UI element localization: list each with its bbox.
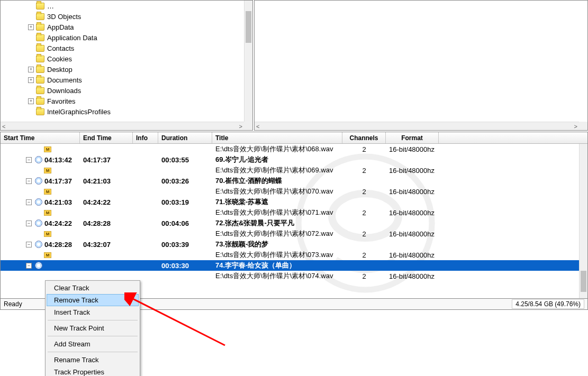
track-end: 04:24:22: [80, 198, 133, 206]
expander-icon[interactable]: +: [28, 24, 34, 30]
folder-label: 3D Objects: [47, 13, 81, 21]
table-body[interactable]: ME:\dts音效大师\制作碟片\素材\068.wav216-bit/48000…: [1, 144, 587, 298]
track-channels: 2: [342, 230, 386, 238]
music-badge-icon: M: [44, 252, 51, 258]
expander-icon[interactable]: +: [28, 77, 34, 83]
folder-tree-pane: … 3D Objects+AppDataApplication DataCont…: [0, 0, 253, 131]
track-sub-row[interactable]: ME:\dts音效大师\制作碟片\素材\068.wav216-bit/48000…: [1, 144, 587, 154]
tree-row[interactable]: +Favorites: [1, 96, 244, 106]
folder-tree[interactable]: … 3D Objects+AppDataApplication DataCont…: [1, 1, 244, 117]
col-format[interactable]: Format: [386, 132, 439, 143]
track-sub-row[interactable]: ME:\dts音效大师\制作碟片\素材\072.wav216-bit/48000…: [1, 228, 587, 239]
col-title[interactable]: Title: [212, 132, 342, 143]
tree-row[interactable]: 3D Objects: [1, 11, 244, 22]
track-title: 72.张杰&张碧晨-只要平凡: [212, 218, 342, 228]
track-title: 69.岑宁儿-追光者: [212, 155, 342, 164]
col-channels[interactable]: Channels: [342, 132, 386, 143]
folder-icon: [36, 87, 44, 94]
folder-icon: [36, 108, 44, 115]
track-format: 16-bit/48000hz: [386, 251, 439, 259]
menu-add-stream[interactable]: Add Stream: [47, 338, 139, 350]
col-end-time[interactable]: End Time: [80, 132, 133, 143]
menu-track-properties[interactable]: Track Properties: [47, 366, 139, 376]
col-info[interactable]: Info: [133, 132, 158, 143]
track-start: 04:28:28: [44, 241, 72, 249]
track-start: 04:21:03: [44, 198, 72, 206]
folder-label: Documents: [47, 76, 82, 84]
tree-row[interactable]: +AppData: [1, 22, 244, 32]
status-disk-usage: 4.25/8.54 GB (49.76%): [512, 299, 584, 309]
disc-icon: [35, 219, 42, 227]
disc-icon: [35, 241, 42, 248]
collapse-icon[interactable]: −: [26, 157, 32, 163]
preview-pane: <>: [254, 0, 588, 131]
track-row[interactable]: −04:28:2804:32:0700:03:3973.张靓颖-我的梦: [1, 239, 587, 250]
tree-row[interactable]: Contacts: [1, 43, 244, 53]
tree-row[interactable]: IntelGraphicsProfiles: [1, 106, 244, 117]
track-channels: 2: [342, 209, 386, 217]
music-badge-icon: M: [44, 210, 51, 216]
track-format: 16-bit/48000hz: [386, 145, 439, 153]
folder-label: Contacts: [47, 44, 74, 52]
folder-label: Cookies: [47, 55, 72, 63]
track-row[interactable]: −04:21:0304:24:2200:03:1971.张晓棠-苏幕遮: [1, 197, 587, 207]
menu-insert-track[interactable]: Insert Track: [47, 306, 139, 318]
folder-icon: [36, 24, 44, 31]
track-sub-row[interactable]: ME:\dts音效大师\制作碟片\素材\069.wav216-bit/48000…: [1, 165, 587, 176]
col-start-time[interactable]: Start Time: [1, 132, 80, 143]
track-format: 16-bit/48000hz: [386, 209, 439, 217]
track-sub-row[interactable]: E:\dts音效大师\制作碟片\素材\074.wav216-bit/48000h…: [1, 271, 587, 281]
horizontal-scrollbar[interactable]: <>: [1, 122, 244, 130]
track-sub-row[interactable]: ME:\dts音效大师\制作碟片\素材\070.wav216-bit/48000…: [1, 186, 587, 197]
tree-row[interactable]: Downloads: [1, 85, 244, 96]
tree-row[interactable]: +Desktop: [1, 64, 244, 75]
track-row[interactable]: −00:03:3074.李宇春-给女孩（单曲）: [1, 260, 587, 271]
menu-new-track-point[interactable]: New Track Point: [47, 322, 139, 334]
col-duration[interactable]: Duration: [158, 132, 212, 143]
menu-remove-track[interactable]: Remove Track: [47, 294, 139, 306]
vertical-scrollbar[interactable]: [244, 1, 252, 122]
tree-row[interactable]: Cookies: [1, 53, 244, 64]
track-title: 74.李宇春-给女孩（单曲）: [212, 261, 342, 270]
track-sub-row[interactable]: ME:\dts音效大师\制作碟片\素材\071.wav216-bit/48000…: [1, 207, 587, 218]
track-row[interactable]: −04:13:4204:17:3700:03:5569.岑宁儿-追光者: [1, 154, 587, 165]
collapse-icon[interactable]: −: [26, 221, 32, 226]
music-badge-icon: M: [44, 231, 51, 237]
folder-icon: [36, 34, 44, 41]
track-end: 04:21:03: [80, 177, 133, 185]
collapse-icon[interactable]: −: [26, 178, 32, 184]
track-start: 04:24:22: [44, 219, 72, 227]
track-channels: 2: [342, 251, 386, 259]
track-format: 16-bit/48000hz: [386, 272, 439, 280]
track-path: E:\dts音效大师\制作碟片\素材\074.wav: [212, 271, 342, 281]
track-sub-row[interactable]: ME:\dts音效大师\制作碟片\素材\073.wav216-bit/48000…: [1, 250, 587, 260]
track-channels: 2: [342, 188, 386, 196]
track-format: 16-bit/48000hz: [386, 188, 439, 196]
track-row[interactable]: −04:24:2204:28:2800:04:0672.张杰&张碧晨-只要平凡: [1, 218, 587, 228]
expander-icon[interactable]: +: [28, 98, 34, 104]
track-path: E:\dts音效大师\制作碟片\素材\072.wav: [212, 229, 342, 239]
track-path: E:\dts音效大师\制作碟片\素材\069.wav: [212, 166, 342, 175]
vertical-scrollbar[interactable]: [579, 144, 587, 298]
collapse-icon[interactable]: −: [26, 263, 32, 269]
menu-clear-track[interactable]: Clear Track: [47, 282, 139, 294]
music-badge-icon: M: [44, 146, 51, 152]
track-duration: 00:03:30: [158, 262, 212, 270]
menu-separator: [48, 336, 138, 336]
folder-icon: [36, 66, 44, 73]
menu-rename-track[interactable]: Rename Track: [47, 354, 139, 366]
track-end: 04:17:37: [80, 156, 133, 164]
track-table: Start Time End Time Info Duration Title …: [0, 132, 588, 298]
tree-row[interactable]: +Documents: [1, 75, 244, 85]
track-duration: 00:04:06: [158, 219, 212, 227]
collapse-icon[interactable]: −: [26, 242, 32, 247]
collapse-icon[interactable]: −: [26, 199, 32, 205]
tree-row[interactable]: …: [1, 1, 244, 11]
horizontal-scrollbar[interactable]: <>: [255, 122, 579, 130]
expander-icon: [28, 35, 34, 41]
track-duration: 00:03:39: [158, 241, 212, 249]
expander-icon[interactable]: +: [28, 67, 34, 72]
expander-icon: [28, 88, 34, 94]
track-row[interactable]: −04:17:3704:21:0300:03:2670.崔伟立-酒醉的蝴蝶: [1, 176, 587, 186]
tree-row[interactable]: Application Data: [1, 32, 244, 43]
